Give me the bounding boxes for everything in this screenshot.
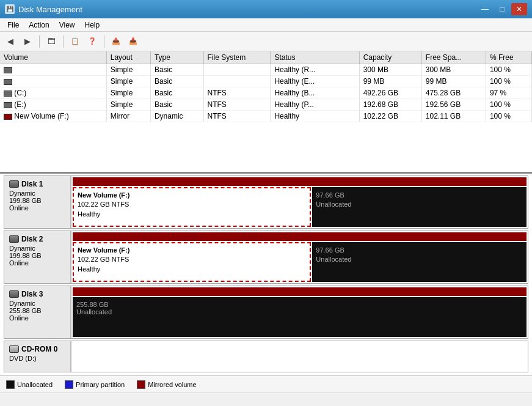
volume-icon xyxy=(4,67,12,73)
disk-3-partitions: 255.88 GB Unallocated xyxy=(71,286,528,338)
disk-1-type: Dynamic xyxy=(9,190,65,197)
maximize-button[interactable]: □ xyxy=(494,3,510,15)
export-button[interactable]: 📤 xyxy=(108,34,124,49)
table-row[interactable]: New Volume (F:) Mirror Dynamic NTFS Heal… xyxy=(0,111,532,122)
disk-1-entry: Disk 1 Dynamic 199.88 GB Online New Volu… xyxy=(4,175,528,229)
window-controls[interactable]: — □ ✕ xyxy=(477,3,527,15)
disk-map-content[interactable]: Disk 1 Dynamic 199.88 GB Online New Volu… xyxy=(0,174,532,375)
disk-2-unallocated[interactable]: 97.66 GB Unallocated xyxy=(312,242,527,282)
cell-pct: 100 % xyxy=(486,99,531,111)
legend-primary: Primary partition xyxy=(65,380,125,389)
cell-status: Healthy (P... xyxy=(271,99,359,111)
disk-2-parts-row: New Volume (F:) 102.22 GB NTFS Healthy 9… xyxy=(73,242,527,282)
close-button[interactable]: ✕ xyxy=(511,3,527,15)
disk-2-label: Disk 2 Dynamic 199.88 GB Online xyxy=(4,231,71,283)
legend-mirrored-box xyxy=(137,380,145,389)
forward-button[interactable]: ▶ xyxy=(20,34,35,49)
disk-2-status: Online xyxy=(9,259,65,267)
cell-fs xyxy=(203,64,271,76)
app-icon: 💾 xyxy=(5,4,15,14)
disk-3-unallocated[interactable]: 255.88 GB Unallocated xyxy=(73,297,527,337)
menu-bar: File Action View Help xyxy=(0,18,532,32)
disk-hd-icon xyxy=(9,290,19,298)
disk-3-status: Online xyxy=(9,314,65,322)
disk-2-mir-size: 102.22 GB NTFS xyxy=(78,255,306,264)
cell-volume: (C:) xyxy=(0,87,106,99)
cell-capacity: 192.68 GB xyxy=(359,99,421,111)
legend-unalloc-label: Unallocated xyxy=(17,381,53,388)
disk-3-label: Disk 3 Dynamic 255.88 GB Online xyxy=(4,286,71,338)
disk-2-mir-status: Healthy xyxy=(78,265,306,274)
table-row[interactable]: Simple Basic Healthy (E... 99 MB 99 MB 1… xyxy=(0,76,532,87)
import-button[interactable]: 📥 xyxy=(125,34,141,49)
disk-hd-icon xyxy=(9,180,19,188)
cell-capacity: 492.26 GB xyxy=(359,87,421,99)
cell-free: 300 MB xyxy=(421,64,486,76)
disk-1-mir-label: New Volume (F:) xyxy=(78,191,306,200)
disk-2-partitions: New Volume (F:) 102.22 GB NTFS Healthy 9… xyxy=(71,231,528,283)
cell-pct: 100 % xyxy=(486,111,531,122)
volume-icon xyxy=(4,79,12,85)
col-pctfree[interactable]: % Free xyxy=(486,51,531,64)
cell-capacity: 102.22 GB xyxy=(359,111,421,122)
cell-free: 192.56 GB xyxy=(421,99,486,111)
menu-help[interactable]: Help xyxy=(80,20,105,31)
disk-3-size: 255.88 GB xyxy=(9,307,65,314)
disk-1-parts-row: New Volume (F:) 102.22 GB NTFS Healthy 9… xyxy=(73,187,527,227)
disk-map-section: Disk 1 Dynamic 199.88 GB Online New Volu… xyxy=(0,174,532,375)
menu-file[interactable]: File xyxy=(2,20,24,31)
up-button[interactable]: 🗔 xyxy=(43,34,59,49)
toolbar-sep-3 xyxy=(104,35,104,48)
disk-1-unallocated[interactable]: 97.66 GB Unallocated xyxy=(312,187,527,227)
disk-3-entry: Disk 3 Dynamic 255.88 GB Online 255.88 G… xyxy=(4,286,528,339)
col-capacity[interactable]: Capacity xyxy=(359,51,421,64)
col-freespace[interactable]: Free Spa... xyxy=(421,51,486,64)
col-layout[interactable]: Layout xyxy=(106,51,150,64)
disk-1-id: Disk 1 xyxy=(21,180,43,188)
cell-fs: NTFS xyxy=(203,111,271,122)
disk-2-un-label: Unallocated xyxy=(316,255,523,264)
cell-status: Healthy (R... xyxy=(271,64,359,76)
cell-fs xyxy=(203,76,271,87)
disk-2-header-stripe xyxy=(73,232,527,241)
table-row[interactable]: (E:) Simple Basic NTFS Healthy (P... 192… xyxy=(0,99,532,111)
volume-table-section: Volume Layout Type File System Status Ca… xyxy=(0,51,532,174)
cell-volume xyxy=(0,64,106,76)
cell-type: Dynamic xyxy=(150,111,203,122)
cdrom-type: DVD (D:) xyxy=(9,355,65,362)
disk-1-mirrored-partition[interactable]: New Volume (F:) 102.22 GB NTFS Healthy xyxy=(73,187,311,227)
col-status[interactable]: Status xyxy=(271,51,359,64)
disk-2-size: 199.88 GB xyxy=(9,252,65,259)
menu-action[interactable]: Action xyxy=(24,20,54,31)
col-type[interactable]: Type xyxy=(150,51,203,64)
col-volume[interactable]: Volume xyxy=(0,51,106,64)
properties-button[interactable]: 📋 xyxy=(67,34,83,49)
cell-free: 102.11 GB xyxy=(421,111,486,122)
menu-view[interactable]: View xyxy=(54,20,80,31)
cell-pct: 100 % xyxy=(486,64,531,76)
table-row[interactable]: Simple Basic Healthy (R... 300 MB 300 MB… xyxy=(0,64,532,76)
legend-unalloc-box xyxy=(6,380,15,389)
minimize-button[interactable]: — xyxy=(477,3,493,15)
back-button[interactable]: ◀ xyxy=(2,34,18,49)
disk-2-id: Disk 2 xyxy=(21,235,43,243)
disk-1-un-label: Unallocated xyxy=(316,200,523,209)
cell-layout: Simple xyxy=(106,64,150,76)
disk-1-label: Disk 1 Dynamic 199.88 GB Online xyxy=(4,176,71,228)
cell-status: Healthy (E... xyxy=(271,76,359,87)
table-row[interactable]: (C:) Simple Basic NTFS Healthy (B... 492… xyxy=(0,87,532,99)
cell-type: Basic xyxy=(150,99,203,111)
help-button[interactable]: ❓ xyxy=(84,34,100,49)
toolbar-sep-2 xyxy=(63,35,64,48)
cell-type: Basic xyxy=(150,76,203,87)
disk-2-entry: Disk 2 Dynamic 199.88 GB Online New Volu… xyxy=(4,231,528,284)
legend-mirrored: Mirrored volume xyxy=(137,380,196,389)
cell-volume xyxy=(0,76,106,87)
col-filesystem[interactable]: File System xyxy=(203,51,271,64)
cell-status: Healthy (B... xyxy=(271,87,359,99)
disk-2-mirrored-partition[interactable]: New Volume (F:) 102.22 GB NTFS Healthy xyxy=(73,242,311,282)
disk-2-mir-label: New Volume (F:) xyxy=(78,246,306,255)
cdrom-label: CD-ROM 0 DVD (D:) xyxy=(4,341,71,372)
disk-1-mir-size: 102.22 GB NTFS xyxy=(78,200,306,209)
cell-pct: 100 % xyxy=(486,76,531,87)
